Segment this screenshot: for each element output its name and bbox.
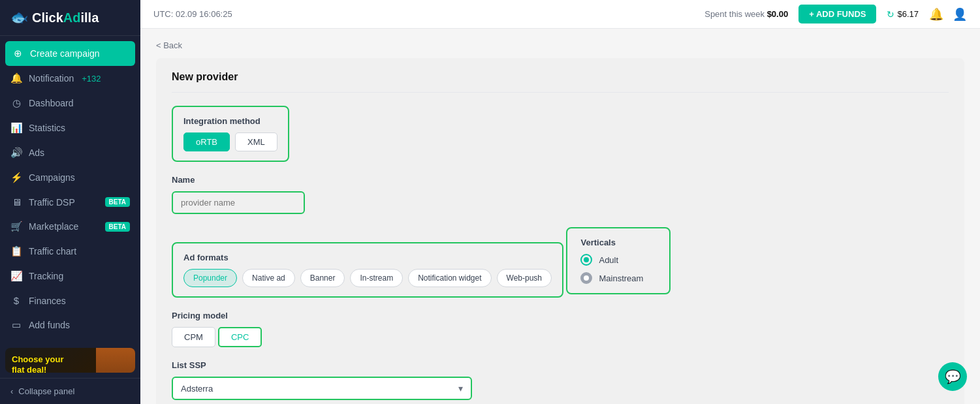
sidebar-item-traffic-chart[interactable]: 📋 Traffic chart: [0, 239, 140, 264]
topbar: UTC: 02.09 16:06:25 Spent this week $0.0…: [140, 0, 980, 29]
back-link[interactable]: < Back: [156, 40, 182, 50]
wallet-icon: ▭: [10, 319, 22, 331]
name-input[interactable]: [173, 193, 304, 213]
ad-formats-box: Ad formats Popunder Native ad Banner In-…: [172, 242, 563, 298]
sidebar-item-marketplace[interactable]: 🛒 Marketplace BETA: [0, 214, 140, 239]
sidebar-item-create-campaign[interactable]: ⊕ Create campaign: [5, 41, 135, 66]
name-section: Name: [172, 175, 949, 214]
refresh-icon[interactable]: ↻: [887, 9, 894, 20]
format-banner-button[interactable]: Banner: [300, 269, 345, 287]
pricing-model-label: Pricing model: [172, 311, 949, 320]
sidebar-item-label: Notification: [29, 73, 74, 84]
sidebar-item-label: Statistics: [29, 123, 65, 133]
radio-mainstream: [580, 272, 592, 284]
monitor-icon: 🖥: [10, 196, 22, 208]
sidebar-item-ads[interactable]: 🔊 Ads: [0, 140, 140, 165]
cpc-button[interactable]: CPC: [218, 327, 262, 347]
list-ssp-section: List SSP Adsterra ▾: [172, 360, 949, 400]
sidebar-nav: ⊕ Create campaign 🔔 Notification +132 ◷ …: [0, 36, 140, 343]
chevron-left-icon: ‹: [10, 386, 13, 396]
topbar-balance: ↻ $6.17: [887, 9, 919, 20]
format-in-stream-button[interactable]: In-stream: [350, 269, 403, 287]
ortb-button[interactable]: oRTB: [183, 132, 230, 151]
list-icon: 📋: [10, 245, 22, 257]
sidebar-item-label: Traffic chart: [29, 246, 76, 256]
main-content: < Back New provider Integration method o…: [140, 29, 980, 404]
pricing-model-section: Pricing model CPM CPC: [172, 311, 949, 347]
collapse-label: Collapse panel: [18, 386, 74, 396]
verticals-box: Verticals Adult Mainstream: [566, 227, 671, 294]
topbar-spent-value: $0.00: [767, 9, 789, 19]
bell-topbar-icon[interactable]: 🔔: [929, 7, 943, 22]
beta-badge-marketplace: BETA: [105, 222, 130, 232]
ad-banner-image: [96, 348, 135, 373]
add-funds-button[interactable]: + ADD FUNDS: [798, 5, 876, 23]
topbar-spent-label: Spent this week $0.00: [704, 9, 788, 19]
sidebar-item-label: Dashboard: [29, 98, 74, 108]
sidebar-item-dashboard[interactable]: ◷ Dashboard: [0, 91, 140, 116]
format-notification-widget-button[interactable]: Notification widget: [408, 269, 491, 287]
logo-ad: Ad: [63, 10, 81, 25]
sidebar-item-label: Traffic DSP: [29, 197, 75, 208]
ad-formats-label: Ad formats: [183, 253, 552, 262]
list-ssp-label: List SSP: [172, 360, 949, 370]
sidebar-item-label: Campaigns: [29, 172, 75, 183]
ssp-select-value: Adsterra: [181, 384, 213, 394]
dashboard-icon: ◷: [10, 97, 22, 109]
sidebar-item-label: Marketplace: [29, 221, 78, 232]
bell-icon: 🔔: [10, 72, 22, 84]
cpm-button[interactable]: CPM: [172, 327, 215, 347]
integration-method-label: Integration method: [183, 116, 277, 126]
sidebar-item-tracking[interactable]: 📈 Tracking: [0, 264, 140, 288]
verticals-label: Verticals: [580, 238, 656, 247]
radio-adult: [580, 254, 592, 266]
logo-illa: illa: [80, 10, 99, 25]
xml-button[interactable]: XML: [235, 132, 277, 151]
sidebar-item-campaigns[interactable]: ⚡ Campaigns: [0, 165, 140, 190]
user-topbar-icon[interactable]: 👤: [953, 7, 967, 22]
logo-text: ClickAdilla: [32, 10, 99, 25]
logo[interactable]: 🐟 ClickAdilla: [0, 0, 140, 36]
ad-format-buttons: Popunder Native ad Banner In-stream Noti…: [183, 269, 552, 287]
ssp-select[interactable]: Adsterra ▾: [172, 377, 472, 400]
card-title: New provider: [172, 71, 949, 93]
sidebar-item-traffic-dsp[interactable]: 🖥 Traffic DSP BETA: [0, 190, 140, 214]
speaker-icon: 🔊: [10, 147, 22, 159]
logo-icon: 🐟: [10, 9, 28, 26]
cart-icon: 🛒: [10, 221, 22, 232]
chat-button[interactable]: 💬: [938, 362, 967, 391]
vertical-adult-label: Adult: [599, 255, 618, 265]
topbar-datetime: UTC: 02.09 16:06:25: [153, 9, 232, 19]
collapse-panel-button[interactable]: ‹ Collapse panel: [0, 378, 140, 404]
dollar-icon: $: [10, 295, 22, 306]
vertical-adult-option[interactable]: Adult: [580, 254, 656, 266]
sidebar-item-label: Add funds: [29, 320, 70, 330]
sidebar-item-add-funds[interactable]: ▭ Add funds: [0, 313, 140, 337]
outer-card: New provider Integration method oRTB XML…: [156, 58, 964, 404]
sidebar-item-notification[interactable]: 🔔 Notification +132: [0, 66, 140, 91]
vertical-mainstream-option[interactable]: Mainstream: [580, 272, 656, 284]
topbar-icons: 🔔 👤: [929, 7, 967, 22]
format-popunder-button[interactable]: Popunder: [183, 269, 237, 287]
vertical-mainstream-label: Mainstream: [599, 273, 643, 283]
ad-banner-text: Choose your flat deal!: [12, 354, 63, 373]
beta-badge: BETA: [105, 197, 130, 207]
line-chart-icon: 📈: [10, 270, 22, 282]
sidebar-item-finances[interactable]: $ Finances: [0, 288, 140, 313]
logo-click: Click: [32, 10, 63, 25]
sidebar: 🐟 ClickAdilla ⊕ Create campaign 🔔 Notifi…: [0, 0, 140, 404]
format-native-ad-button[interactable]: Native ad: [242, 269, 295, 287]
name-input-wrap: [172, 191, 305, 214]
bar-chart-icon: 📊: [10, 122, 22, 134]
name-label: Name: [172, 175, 949, 185]
pricing-btn-group: CPM CPC: [172, 327, 949, 347]
integration-btn-group: oRTB XML: [183, 132, 277, 151]
sidebar-item-label: Finances: [29, 296, 66, 306]
format-web-push-button[interactable]: Web-push: [497, 269, 552, 287]
balance-value: $6.17: [897, 9, 919, 19]
sidebar-ad-banner[interactable]: Choose your flat deal!: [5, 348, 135, 373]
sidebar-item-statistics[interactable]: 📊 Statistics: [0, 116, 140, 140]
sidebar-item-label: Tracking: [29, 271, 63, 281]
lightning-icon: ⚡: [10, 172, 22, 183]
plus-circle-icon: ⊕: [12, 48, 24, 59]
